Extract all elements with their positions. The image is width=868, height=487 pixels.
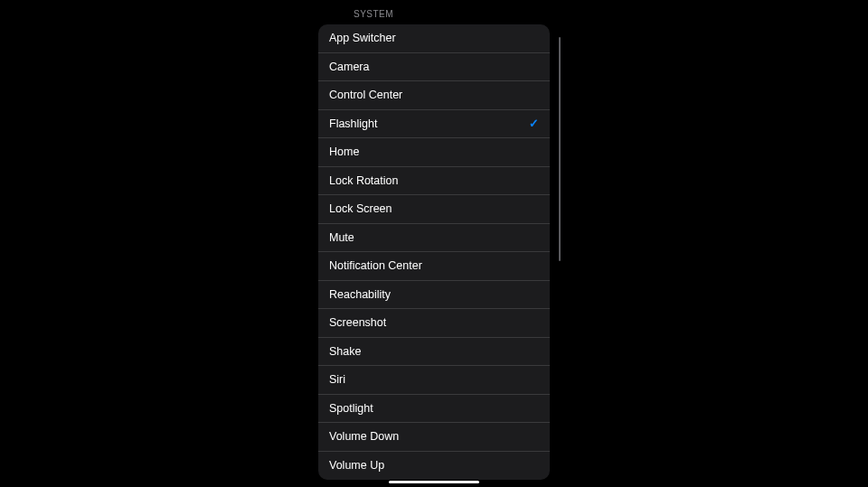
list-row-volume-up[interactable]: Volume Up xyxy=(318,452,550,481)
list-row-control-center[interactable]: Control Center xyxy=(318,81,550,110)
settings-panel: SYSTEM App SwitcherCameraControl CenterF… xyxy=(318,0,550,487)
row-label: Screenshot xyxy=(329,316,386,329)
row-label: Mute xyxy=(329,231,354,244)
row-label: App Switcher xyxy=(329,32,396,44)
row-label: Notification Center xyxy=(329,259,422,272)
list-row-reachability[interactable]: Reachability xyxy=(318,281,550,310)
list-row-screenshot[interactable]: Screenshot xyxy=(318,309,550,338)
list-row-lock-screen[interactable]: Lock Screen xyxy=(318,195,550,224)
list-row-mute[interactable]: Mute xyxy=(318,224,550,253)
list-row-spotlight[interactable]: Spotlight xyxy=(318,395,550,424)
row-label: Lock Rotation xyxy=(329,174,398,187)
list-row-volume-down[interactable]: Volume Down xyxy=(318,423,550,452)
list-row-home[interactable]: Home xyxy=(318,138,550,167)
row-label: Lock Screen xyxy=(329,202,392,215)
row-label: Control Center xyxy=(329,89,402,101)
home-indicator[interactable] xyxy=(389,481,479,484)
row-label: Shake xyxy=(329,345,361,358)
list-row-notification-center[interactable]: Notification Center xyxy=(318,252,550,281)
list-row-app-switcher[interactable]: App Switcher xyxy=(318,24,550,53)
row-label: Reachability xyxy=(329,288,391,301)
list-row-siri[interactable]: Siri xyxy=(318,366,550,395)
row-label: Spotlight xyxy=(329,402,373,415)
row-label: Camera xyxy=(329,61,369,73)
checkmark-icon: ✓ xyxy=(529,117,539,130)
row-label: Flashlight xyxy=(329,117,378,130)
list-row-camera[interactable]: Camera xyxy=(318,53,550,82)
system-actions-list: App SwitcherCameraControl CenterFlashlig… xyxy=(318,24,550,480)
scroll-indicator[interactable] xyxy=(559,37,561,261)
section-header-system: SYSTEM xyxy=(318,0,550,24)
row-label: Volume Up xyxy=(329,459,384,472)
row-label: Home xyxy=(329,145,359,158)
list-row-lock-rotation[interactable]: Lock Rotation xyxy=(318,167,550,196)
row-label: Volume Down xyxy=(329,430,399,443)
row-label: Siri xyxy=(329,373,345,386)
list-row-shake[interactable]: Shake xyxy=(318,338,550,367)
list-row-flashlight[interactable]: Flashlight✓ xyxy=(318,110,550,139)
